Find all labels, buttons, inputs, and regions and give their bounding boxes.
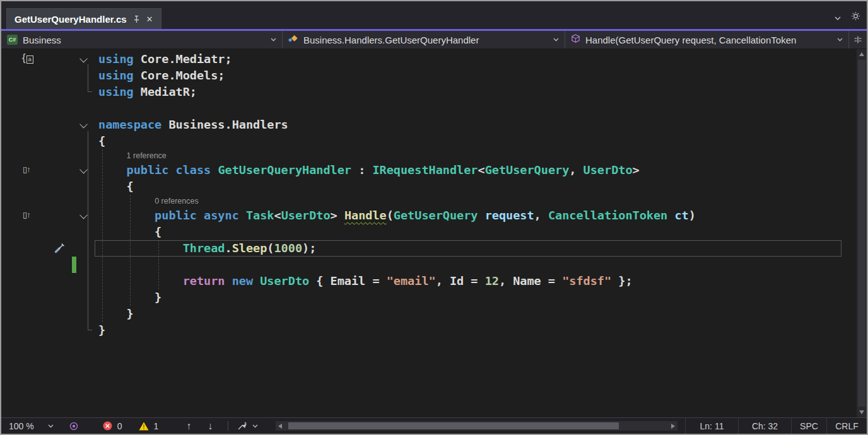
code-line: using MediatR; [1, 84, 857, 100]
fold-chevron-icon[interactable] [79, 166, 88, 175]
code-lines: using Core.Mediatr;using Core.Models;usi… [1, 51, 857, 339]
type-dropdown[interactable]: Business.Handlers.GetUserQueryHandler [283, 31, 565, 49]
code-editor[interactable]: {a using Core.Mediatr;using Core.Models;… [1, 49, 867, 417]
editor-gutter [1, 67, 98, 84]
document-tab[interactable]: GetUserQueryHandler.cs ✕ [6, 8, 161, 29]
code-text: } [98, 289, 161, 306]
chevron-down-icon[interactable] [837, 38, 843, 42]
code-line: } [1, 289, 857, 306]
zoom-control[interactable]: 100 % [1, 421, 61, 431]
chevron-down-icon[interactable] [553, 38, 559, 42]
code-cleanup-icon [237, 421, 248, 431]
code-line: namespace Business.Handlers [1, 117, 857, 133]
project-dropdown[interactable]: C# Business [1, 31, 283, 49]
code-text: 1 reference [98, 149, 167, 162]
codelens-line[interactable]: 1 reference [1, 149, 857, 162]
code-text: { [98, 224, 161, 240]
editor-gutter [1, 100, 98, 117]
vertical-scrollbar[interactable] [857, 49, 867, 417]
code-line: ▯↑ public async Task<UserDto> Handle(Get… [1, 207, 857, 224]
editor-gutter [1, 240, 98, 257]
code-text: namespace Business.Handlers [98, 117, 288, 133]
code-cleanup-button[interactable] [237, 421, 258, 431]
tab-list-chevron-icon[interactable] [835, 12, 841, 23]
code-line: } [1, 306, 857, 322]
close-icon[interactable]: ✕ [146, 14, 153, 24]
error-count: 0 [117, 421, 122, 431]
code-text: public async Task<UserDto> Handle(GetUse… [98, 207, 696, 224]
chevron-down-icon[interactable] [271, 38, 276, 42]
code-text: public class GetUserQueryHandler : IRequ… [98, 162, 640, 178]
code-text: return new UserDto { Email = "email", Id… [98, 273, 633, 289]
code-text: using Core.Models; [98, 67, 225, 84]
quick-actions-screwdriver-icon[interactable] [54, 243, 65, 256]
split-window-icon[interactable] [849, 31, 867, 49]
code-line: Thread.Sleep(1000); [1, 240, 857, 257]
method-cube-icon [571, 34, 580, 45]
warning-count: 1 [154, 421, 159, 431]
code-text: Thread.Sleep(1000); [98, 240, 316, 257]
code-line: using Core.Models; [1, 67, 857, 84]
settings-gear-icon[interactable] [851, 11, 860, 23]
editor-gutter: ▯↑ [1, 207, 98, 224]
vs-editor-window: GetUserQueryHandler.cs ✕ C# Business [0, 0, 868, 435]
status-indicator-icon[interactable] [69, 421, 79, 431]
vertical-scrollbar-thumb[interactable] [858, 60, 865, 407]
warning-count-indicator[interactable]: 1 [139, 421, 159, 431]
editor-gutter [1, 84, 98, 100]
fold-chevron-icon[interactable] [79, 211, 88, 220]
chevron-down-icon [48, 424, 54, 428]
code-text: using MediatR; [98, 84, 197, 100]
code-line: return new UserDto { Email = "email", Id… [1, 273, 857, 289]
type-dropdown-label: Business.Handlers.GetUserQueryHandler [303, 35, 479, 45]
editor-gutter [1, 133, 98, 149]
divider [228, 421, 228, 431]
editor-gutter [1, 306, 98, 322]
code-text: using Core.Mediatr; [98, 51, 232, 67]
tabstrip-controls [835, 11, 860, 23]
scroll-up-arrow-icon[interactable] [857, 49, 867, 59]
project-dropdown-label: Business [23, 35, 61, 45]
code-line: } [1, 322, 857, 339]
tab-title: GetUserQueryHandler.cs [15, 14, 127, 25]
codelens-line[interactable]: 0 references [1, 195, 857, 207]
horizontal-scrollbar[interactable] [276, 421, 677, 431]
code-text: } [98, 306, 134, 322]
scroll-down-arrow-icon[interactable] [857, 407, 867, 417]
spaces-indicator[interactable]: SPC [791, 418, 826, 434]
editor-gutter [1, 273, 98, 289]
editor-gutter [1, 178, 98, 195]
code-text: { [98, 178, 134, 195]
code-line: using Core.Mediatr; [1, 51, 857, 67]
error-icon [103, 421, 112, 431]
pin-icon[interactable] [133, 15, 140, 23]
eol-indicator[interactable]: CRLF [826, 418, 867, 434]
editor-gutter [1, 224, 98, 240]
editor-gutter [1, 117, 98, 133]
error-count-indicator[interactable]: 0 [103, 421, 122, 431]
fold-chevron-icon[interactable] [79, 55, 88, 64]
member-dropdown[interactable]: Handle(GetUserQuery request, Cancellatio… [565, 31, 849, 49]
editor-gutter [1, 322, 98, 339]
next-issue-arrow-icon[interactable]: ↓ [208, 420, 213, 432]
code-line: { [1, 178, 857, 195]
code-line: { [1, 133, 857, 149]
scroll-left-arrow-icon[interactable] [276, 421, 284, 431]
class-icon [288, 34, 298, 46]
inheritance-margin-icon[interactable]: ▯↑ [23, 165, 30, 174]
csharp-project-icon: C# [7, 35, 18, 45]
fold-chevron-icon[interactable] [79, 120, 88, 129]
editor-gutter [1, 51, 98, 67]
code-line [1, 257, 857, 273]
member-dropdown-label: Handle(GetUserQuery request, Cancellatio… [585, 35, 796, 45]
inheritance-margin-icon[interactable]: ▯↑ [23, 210, 30, 219]
line-indicator[interactable]: Ln: 11 [685, 418, 738, 434]
horizontal-scrollbar-thumb[interactable] [288, 422, 618, 429]
column-indicator[interactable]: Ch: 32 [738, 418, 791, 434]
chevron-down-icon [252, 424, 258, 428]
zoom-value: 100 % [9, 421, 34, 431]
scroll-right-arrow-icon[interactable] [669, 421, 677, 431]
horizontal-scrollbar-track[interactable] [284, 421, 669, 431]
previous-issue-arrow-icon[interactable]: ↑ [186, 420, 191, 432]
code-text: } [98, 322, 105, 339]
